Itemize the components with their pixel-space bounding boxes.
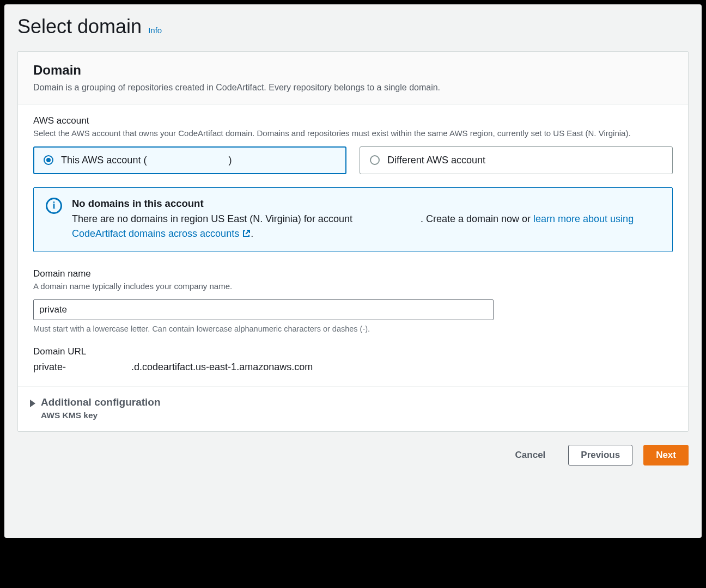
domain-panel-title: Domain: [33, 63, 673, 78]
info-box-text-before: There are no domains in region US East (…: [72, 213, 355, 224]
expander-subtitle: AWS KMS key: [41, 411, 161, 420]
domain-panel: Domain Domain is a grouping of repositor…: [17, 51, 689, 432]
cancel-button[interactable]: Cancel: [503, 445, 558, 465]
domain-name-hint: A domain name typically includes your co…: [33, 280, 673, 293]
radio-this-account[interactable]: This AWS account (): [33, 146, 346, 174]
radio-different-account-label: Different AWS account: [387, 155, 485, 166]
radio-this-account-suffix: ): [228, 155, 232, 166]
aws-account-hint: Select the AWS account that owns your Co…: [33, 127, 673, 140]
domain-name-input[interactable]: [33, 299, 494, 320]
external-link-icon: [242, 229, 251, 238]
additional-configuration-expander[interactable]: Additional configuration AWS KMS key: [18, 386, 688, 431]
info-link[interactable]: Info: [148, 26, 162, 35]
no-domains-info-box: i No domains in this account There are n…: [33, 187, 673, 253]
previous-button[interactable]: Previous: [568, 445, 632, 465]
domain-name-label: Domain name: [33, 268, 673, 279]
info-box-title: No domains in this account: [72, 198, 660, 210]
caret-right-icon: [30, 400, 35, 407]
info-icon: i: [46, 198, 62, 214]
radio-this-account-prefix: This AWS account (: [61, 155, 147, 166]
radio-different-account[interactable]: Different AWS account: [360, 146, 673, 174]
radio-unselected-icon: [370, 155, 380, 165]
expander-title: Additional configuration: [41, 396, 161, 408]
domain-panel-description: Domain is a grouping of repositories cre…: [33, 81, 673, 94]
domain-name-constraint: Must start with a lowercase letter. Can …: [33, 324, 673, 333]
domain-url-label: Domain URL: [33, 346, 673, 357]
info-box-text-after: .: [251, 228, 253, 239]
info-box-text-mid: . Create a domain now or: [421, 213, 533, 224]
domain-url-prefix: private-: [33, 362, 66, 372]
page-title: Select domain: [17, 15, 142, 38]
next-button[interactable]: Next: [643, 445, 689, 465]
radio-selected-icon: [44, 155, 53, 165]
domain-url-suffix: .d.codeartifact.us-east-1.amazonaws.com: [131, 362, 313, 372]
aws-account-label: AWS account: [33, 115, 673, 126]
